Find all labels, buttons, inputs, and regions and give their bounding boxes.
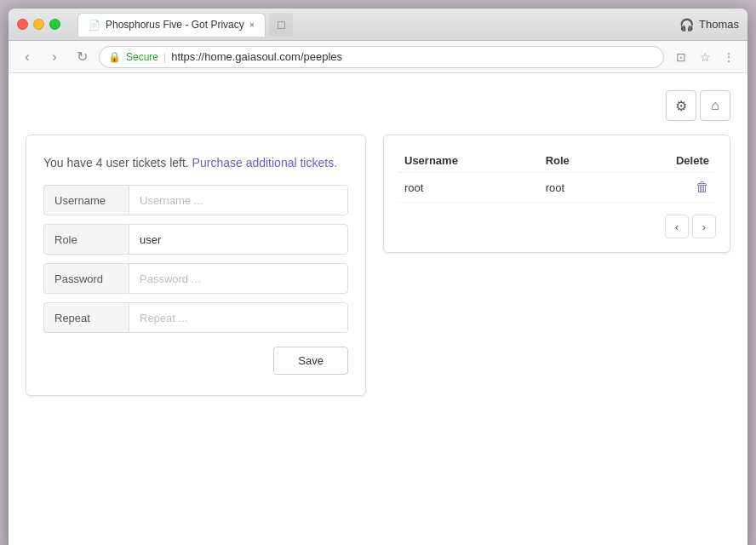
cell-username: root <box>398 173 539 203</box>
user-name: Thomas <box>699 18 739 31</box>
role-input[interactable] <box>129 224 348 255</box>
username-row: Username <box>43 185 348 215</box>
maximize-button[interactable] <box>49 19 60 30</box>
back-button[interactable]: ‹ <box>17 47 37 67</box>
tickets-notice: You have 4 user tickets left. Purchase a… <box>43 156 348 169</box>
home-button[interactable]: ⌂ <box>700 90 730 121</box>
url-display: https://home.gaiasoul.com/peeples <box>171 50 342 63</box>
top-actions: ⚙ ⌂ <box>26 90 730 121</box>
user-icon: 🎧 <box>679 18 694 32</box>
save-button[interactable]: Save <box>273 347 348 375</box>
page-content: ⚙ ⌂ You have 4 user tickets left. Purcha… <box>9 73 747 545</box>
refresh-button[interactable]: ↻ <box>72 47 92 67</box>
users-panel: Username Role Delete root root 🗑 ‹ › <box>383 135 730 253</box>
form-panel: You have 4 user tickets left. Purchase a… <box>26 135 366 396</box>
password-input[interactable] <box>129 263 348 294</box>
menu-button[interactable]: ⋮ <box>719 47 739 67</box>
role-label: Role <box>43 224 129 255</box>
address-actions: ⊡ ☆ ⋮ <box>671 47 739 67</box>
table-header-row: Username Role Delete <box>398 149 716 173</box>
pagination: ‹ › <box>398 215 716 238</box>
bookmark-button[interactable]: ☆ <box>695 47 715 67</box>
url-separator: | <box>163 51 166 63</box>
username-input[interactable] <box>129 185 348 215</box>
cast-button[interactable]: ⊡ <box>671 47 691 67</box>
cell-delete: 🗑 <box>617 173 716 203</box>
close-button[interactable] <box>17 19 28 30</box>
tab-icon: 📄 <box>89 20 100 31</box>
secure-icon: 🔒 <box>108 51 121 63</box>
tab-title: Phosphorus Five - Got Privacy <box>106 19 244 31</box>
users-table: Username Role Delete root root 🗑 <box>398 149 716 203</box>
next-page-button[interactable]: › <box>692 215 716 238</box>
new-tab-button[interactable]: □ <box>269 13 293 37</box>
settings-button[interactable]: ⚙ <box>666 90 696 121</box>
col-delete: Delete <box>617 149 716 173</box>
repeat-label: Repeat <box>43 302 129 333</box>
minimize-button[interactable] <box>33 19 44 30</box>
secure-label: Secure <box>126 51 158 63</box>
tickets-text: You have 4 user tickets left. <box>43 156 189 169</box>
address-bar: ‹ › ↻ 🔒 Secure | https://home.gaiasoul.c… <box>9 41 747 73</box>
form-actions: Save <box>43 347 348 375</box>
password-label: Password <box>43 263 129 294</box>
table-row: root root 🗑 <box>398 173 716 203</box>
repeat-input[interactable] <box>129 302 348 333</box>
col-role: Role <box>539 149 618 173</box>
purchase-link[interactable]: Purchase additional tickets. <box>192 156 337 169</box>
prev-page-button[interactable]: ‹ <box>665 215 689 238</box>
role-row: Role <box>43 224 348 255</box>
user-area: 🎧 Thomas <box>679 18 739 32</box>
url-bar[interactable]: 🔒 Secure | https://home.gaiasoul.com/pee… <box>99 46 664 68</box>
repeat-row: Repeat <box>43 302 348 333</box>
main-layout: You have 4 user tickets left. Purchase a… <box>26 135 730 396</box>
tab-close-button[interactable]: × <box>249 20 255 30</box>
username-label: Username <box>43 185 129 215</box>
traffic-lights[interactable] <box>17 19 60 30</box>
browser-tab[interactable]: 📄 Phosphorus Five - Got Privacy × <box>77 13 266 37</box>
tab-area: 📄 Phosphorus Five - Got Privacy × □ <box>77 13 671 37</box>
forward-button[interactable]: › <box>44 47 65 67</box>
cell-role: root <box>539 173 618 203</box>
password-row: Password <box>43 263 348 294</box>
col-username: Username <box>398 149 539 173</box>
delete-button[interactable]: 🗑 <box>696 180 709 194</box>
